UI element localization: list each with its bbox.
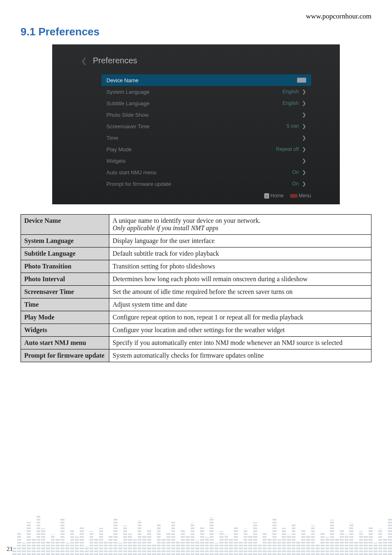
desc-cell: Determines how long each photo will rema…	[109, 273, 371, 286]
pref-label: Widgets	[106, 158, 126, 164]
screenshot-footer: ⌂ Home Menu	[65, 190, 327, 199]
desc-cell: Transition setting for photo slideshows	[109, 260, 371, 273]
pref-value	[297, 78, 306, 83]
desc-cell: A unique name to identify your device on…	[109, 215, 371, 235]
term-cell: Screensaver Time	[21, 286, 109, 298]
desc-cell: Display language for the user interface	[109, 235, 371, 247]
chevron-right-icon: ❯	[302, 123, 306, 129]
equalizer-bars	[12, 506, 392, 555]
back-icon[interactable]: ❮	[81, 56, 87, 65]
footer-home-label: Home	[270, 193, 284, 199]
section-title: Preferences	[38, 25, 99, 38]
pref-label: Play Mode	[106, 146, 131, 153]
table-row: Time Adjust system time and date	[21, 298, 371, 311]
pref-value: English ❯	[283, 89, 306, 95]
term-cell: Auto start NMJ menu	[21, 337, 109, 349]
preferences-screenshot: ❮ Preferences Device Name System Languag…	[52, 44, 340, 204]
chevron-right-icon: ❯	[302, 89, 306, 95]
desc-cell: System automatically checks for firmware…	[109, 349, 371, 362]
home-icon: ⌂	[264, 193, 269, 199]
term-cell: Subtitle Language	[21, 247, 109, 260]
desc-cell: Specify if you automatically enter into …	[109, 337, 371, 349]
desc-cell: Adjust system time and date	[109, 298, 371, 311]
pref-value: Repeat off ❯	[276, 146, 306, 152]
pref-item-device-name[interactable]: Device Name	[101, 74, 311, 86]
description-table: Device Name A unique name to identify yo…	[21, 214, 371, 362]
pref-item-widgets[interactable]: Widgets ❯	[101, 155, 311, 166]
term-cell: Photo Transition	[21, 260, 109, 273]
table-row: Subtitle Language Default subtitle track…	[21, 247, 371, 260]
pref-value: 5 min ❯	[287, 123, 306, 129]
pref-label: Time	[106, 135, 118, 141]
preferences-list: Device Name System Language English ❯ Su…	[101, 74, 311, 190]
pref-label: Photo Slide Show	[106, 112, 149, 118]
pref-value: ❯	[302, 158, 306, 164]
pref-value: On ❯	[292, 169, 306, 175]
chevron-right-icon: ❯	[302, 100, 306, 106]
table-row: Widgets Configure your location and othe…	[21, 324, 371, 337]
pref-value: English ❯	[283, 100, 306, 106]
pref-item-prompt-firmware[interactable]: Prompt for firmware update On ❯	[101, 178, 311, 190]
pref-item-play-mode[interactable]: Play Mode Repeat off ❯	[101, 143, 311, 155]
term-cell: Time	[21, 298, 109, 311]
pref-item-time[interactable]: Time ❯	[101, 132, 311, 143]
desc-cell: Default subtitle track for video playbac…	[109, 247, 371, 260]
page-number: 21	[7, 546, 13, 553]
chevron-right-icon: ❯	[302, 135, 306, 141]
footer-art: 21	[0, 502, 392, 555]
term-cell: Play Mode	[21, 311, 109, 324]
section-heading: 9.1 Preferences	[21, 25, 371, 38]
pref-label: Screensaver Time	[106, 123, 150, 130]
table-row: Prompt for firmware update System automa…	[21, 349, 371, 362]
table-row: System Language Display language for the…	[21, 235, 371, 247]
screenshot-title: Preferences	[93, 56, 137, 65]
pref-item-subtitle-language[interactable]: Subtitle Language English ❯	[101, 97, 311, 109]
pref-label: Subtitle Language	[106, 100, 150, 106]
term-cell: Device Name	[21, 215, 109, 235]
chevron-right-icon: ❯	[302, 146, 306, 152]
term-cell: System Language	[21, 235, 109, 247]
pref-value: ❯	[302, 135, 306, 141]
chevron-right-icon: ❯	[302, 112, 306, 118]
pref-item-auto-start-nmj[interactable]: Auto start NMJ menu On ❯	[101, 166, 311, 178]
header-url: www.popcornhour.com	[21, 12, 371, 21]
pref-item-photo-slide-show[interactable]: Photo Slide Show ❯	[101, 109, 311, 120]
term-cell: Widgets	[21, 324, 109, 337]
table-row: Photo Transition Transition setting for …	[21, 260, 371, 273]
desc-cell: Configure repeat option to non, repeat 1…	[109, 311, 371, 324]
pref-label: Prompt for firmware update	[106, 181, 171, 187]
chevron-right-icon: ❯	[302, 169, 306, 175]
table-row: Photo Interval Determines how long each …	[21, 273, 371, 286]
pref-value: On ❯	[292, 181, 306, 187]
section-number: 9.1	[21, 25, 35, 38]
desc-cell: Configure your location and other settin…	[109, 324, 371, 337]
pref-label: Device Name	[106, 77, 138, 83]
table-row: Screensaver Time Set the amount of idle …	[21, 286, 371, 298]
table-row: Play Mode Configure repeat option to non…	[21, 311, 371, 324]
term-cell: Prompt for firmware update	[21, 349, 109, 362]
pref-item-system-language[interactable]: System Language English ❯	[101, 86, 311, 97]
table-row: Auto start NMJ menu Specify if you autom…	[21, 337, 371, 349]
chevron-right-icon: ❯	[302, 158, 306, 164]
menu-icon	[290, 194, 297, 198]
term-cell: Photo Interval	[21, 273, 109, 286]
pref-item-screensaver-time[interactable]: Screensaver Time 5 min ❯	[101, 120, 311, 132]
pref-value: ❯	[302, 112, 306, 118]
table-row: Device Name A unique name to identify yo…	[21, 215, 371, 235]
chevron-right-icon: ❯	[302, 181, 306, 187]
footer-menu-label: Menu	[299, 193, 311, 199]
pref-label: Auto start NMJ menu	[106, 169, 157, 176]
pref-label: System Language	[106, 89, 150, 95]
desc-cell: Set the amount of idle time required bef…	[109, 286, 371, 298]
keyboard-icon	[297, 78, 306, 83]
